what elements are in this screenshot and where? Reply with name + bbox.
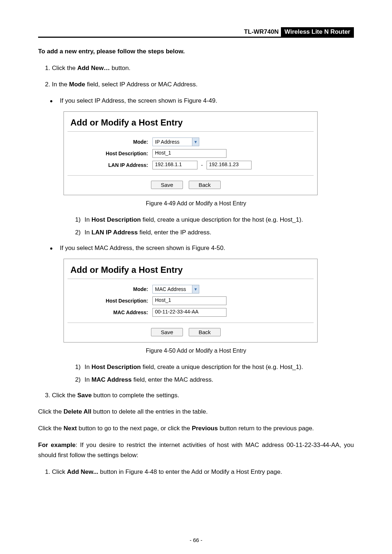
example-step-1: Click Add New... button in Figure 4-48 t…	[52, 467, 354, 477]
para-delete-all: Click the Delete All button to delete al…	[38, 407, 354, 417]
mac-bullet-list: If you select MAC Address, the screen sh…	[38, 243, 354, 254]
page-number: - 66 -	[0, 537, 392, 543]
para-navigation: Click the Next button to go to the next …	[38, 423, 354, 434]
step-3: Click the Save button to complete the se…	[52, 390, 354, 400]
fig50-mode-label: Mode:	[68, 286, 152, 292]
figure-4-50: Add or Modify a Host Entry Mode: MAC Add…	[64, 259, 318, 342]
ip-bullet-list: If you select IP Address, the screen sho…	[38, 96, 354, 106]
fig49-lanip-label: LAN IP Address:	[68, 162, 152, 168]
fig49-hostdesc-label: Host Description:	[68, 151, 152, 156]
model-label: TL-WR740N	[242, 27, 281, 37]
page-header: TL-WR740NWireless Lite N Router	[38, 27, 354, 38]
sub50-1: In Host Description field, create a uniq…	[85, 362, 354, 373]
step-1: Click the Add New… button.	[52, 63, 354, 73]
fig49-mode-value: IP Address	[153, 139, 192, 145]
fig49-hostdesc-input[interactable]: Host_1	[152, 149, 226, 158]
sub49-1: In Host Description field, create a uniq…	[85, 215, 354, 225]
figure-4-49: Add or Modify a Host Entry Mode: IP Addr…	[64, 111, 318, 195]
fig50-divider	[68, 279, 314, 279]
fig49-ipto-input[interactable]: 192.168.1.23	[207, 161, 252, 169]
intro-heading: To add a new entry, please follow the st…	[38, 48, 354, 55]
fig50-hostdesc-input[interactable]: Host_1	[152, 296, 226, 305]
fig49-mode-label: Mode:	[68, 139, 152, 145]
main-steps-list: Click the Add New… button. In the Mode f…	[38, 63, 354, 89]
fig49-divider	[68, 131, 314, 132]
main-steps-list-cont: Click the Save button to complete the se…	[38, 390, 354, 400]
para-example: For example: If you desire to restrict t…	[38, 440, 354, 460]
fig49-caption: Figure 4-49 Add or Modify a Host Entry	[38, 200, 354, 207]
fig50-save-button[interactable]: Save	[151, 328, 183, 336]
chevron-down-icon: ▼	[192, 285, 199, 293]
sub50-2: In MAC Address field, enter the MAC addr…	[85, 375, 354, 385]
fig49-substeps: In Host Description field, create a uniq…	[74, 215, 354, 238]
fig49-back-button[interactable]: Back	[189, 181, 220, 189]
model-subtitle: Wireless Lite N Router	[281, 27, 354, 37]
step-2: In the Mode field, select IP Address or …	[52, 79, 354, 89]
fig49-mode-select[interactable]: IP Address ▼	[152, 138, 199, 146]
fig50-mac-input[interactable]: 00-11-22-33-44-AA	[152, 308, 226, 317]
sub49-2: In LAN IP Address field, enter the IP ad…	[85, 227, 354, 238]
fig50-mode-value: MAC Address	[153, 286, 192, 292]
fig50-back-button[interactable]: Back	[189, 328, 220, 336]
chevron-down-icon: ▼	[192, 138, 199, 146]
fig50-mac-label: MAC Address:	[68, 309, 152, 315]
fig50-title: Add or Modify a Host Entry	[64, 259, 317, 279]
bullet-ip: If you select IP Address, the screen sho…	[60, 96, 354, 106]
fig50-caption: Figure 4-50 Add or Modify a Host Entry	[38, 348, 354, 354]
example-steps-list: Click Add New... button in Figure 4-48 t…	[38, 467, 354, 477]
bullet-mac: If you select MAC Address, the screen sh…	[60, 243, 354, 254]
ip-range-dash: -	[200, 162, 204, 168]
fig50-hostdesc-label: Host Description:	[68, 298, 152, 304]
fig50-substeps: In Host Description field, create a uniq…	[74, 362, 354, 385]
fig50-mode-select[interactable]: MAC Address ▼	[152, 285, 199, 294]
fig49-ipfrom-input[interactable]: 192.168.1.1	[152, 161, 197, 169]
fig49-save-button[interactable]: Save	[151, 181, 183, 189]
fig49-title: Add or Modify a Host Entry	[64, 112, 317, 131]
